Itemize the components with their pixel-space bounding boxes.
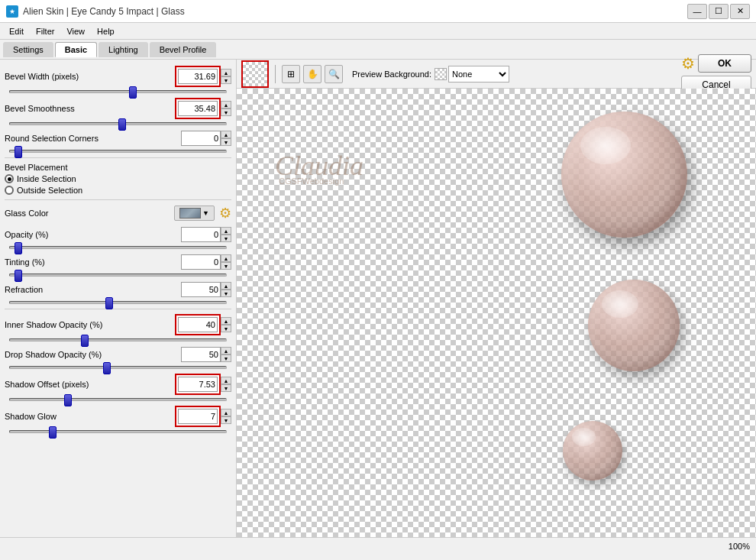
tab-basic[interactable]: Basic: [55, 42, 97, 57]
shadow-glow-spinner[interactable]: ▲ ▼: [221, 409, 231, 424]
glass-color-row: Glass Color ▼ ⚙: [5, 205, 231, 222]
drop-shadow-track[interactable]: [9, 366, 227, 369]
shadow-glow-down[interactable]: ▼: [221, 416, 231, 424]
inner-shadow-down[interactable]: ▼: [221, 325, 231, 332]
zoom-button[interactable]: 🔍: [325, 65, 343, 83]
title-bar-controls[interactable]: — ☐ ✕: [687, 4, 750, 19]
refraction-spinner[interactable]: ▲ ▼: [221, 282, 231, 297]
radio-inside-btn[interactable]: [5, 174, 14, 183]
inner-shadow-input[interactable]: [178, 317, 218, 332]
menu-edit[interactable]: Edit: [3, 25, 30, 37]
shadow-glow-input[interactable]: [178, 409, 218, 424]
shadow-offset-spinner[interactable]: ▲ ▼: [221, 377, 231, 392]
minimize-button[interactable]: —: [687, 4, 707, 19]
inner-shadow-track[interactable]: [9, 338, 227, 342]
tinting-input[interactable]: [181, 254, 221, 270]
opacity-track[interactable]: [9, 246, 227, 249]
shadow-glow-value: ▲ ▼: [175, 406, 231, 427]
shadow-glow-row: Shadow Glow ▲ ▼: [5, 406, 231, 427]
inner-shadow-up[interactable]: ▲: [221, 317, 231, 325]
tinting-down[interactable]: ▼: [221, 262, 231, 270]
round-corners-spinner[interactable]: ▲ ▼: [221, 131, 231, 146]
title-bar: ★ Alien Skin | Eye Candy 5 Impact | Glas…: [0, 0, 756, 23]
drop-shadow-up[interactable]: ▲: [221, 347, 231, 354]
preview-bg-select[interactable]: None White Black Checker: [448, 66, 509, 83]
refraction-up[interactable]: ▲: [221, 282, 231, 290]
round-corners-input[interactable]: [181, 131, 221, 146]
bevel-smoothness-down[interactable]: ▼: [221, 108, 231, 116]
round-corners-track[interactable]: [9, 150, 227, 153]
shadow-offset-down[interactable]: ▼: [221, 384, 231, 392]
tinting-up[interactable]: ▲: [221, 254, 231, 262]
bevel-smoothness-row: Bevel Smoothness ▲ ▼: [5, 98, 231, 119]
inner-shadow-input-group: [175, 314, 221, 335]
refraction-track[interactable]: [9, 301, 227, 304]
bevel-placement-section: Bevel Placement Inside Selection Outside…: [5, 163, 231, 195]
refraction-input[interactable]: [181, 282, 221, 297]
bevel-smoothness-spinner[interactable]: ▲ ▼: [221, 101, 231, 116]
refraction-down[interactable]: ▼: [221, 290, 231, 297]
preview-thumbnail[interactable]: [241, 60, 269, 88]
opacity-input[interactable]: [181, 227, 221, 242]
gear-icon[interactable]: ⚙: [219, 205, 231, 222]
inner-shadow-spinner[interactable]: ▲ ▼: [221, 317, 231, 332]
menu-filter[interactable]: Filter: [30, 25, 60, 37]
tinting-spinner[interactable]: ▲ ▼: [221, 254, 231, 270]
bevel-smoothness-track[interactable]: [9, 122, 227, 125]
shadow-glow-thumb[interactable]: [49, 426, 57, 439]
drop-shadow-down[interactable]: ▼: [221, 354, 231, 362]
shadow-glow-track[interactable]: [9, 430, 227, 433]
radio-inside[interactable]: Inside Selection: [5, 174, 231, 183]
refraction-thumb[interactable]: [105, 297, 113, 309]
ok-button[interactable]: OK: [698, 54, 751, 73]
shadow-glow-input-group: [175, 406, 221, 427]
inner-shadow-row: Inner Shadow Opacity (%) ▲ ▼: [5, 314, 231, 335]
bevel-smoothness-input[interactable]: [178, 101, 218, 116]
bevel-width-down[interactable]: ▼: [221, 76, 231, 84]
tinting-thumb[interactable]: [15, 270, 22, 282]
tab-lighting[interactable]: Lighting: [99, 42, 148, 57]
opacity-spinner[interactable]: ▲ ▼: [221, 227, 231, 242]
inner-shadow-thumb[interactable]: [81, 335, 89, 347]
round-corners-up[interactable]: ▲: [221, 131, 231, 138]
refraction-slider-row: [5, 301, 231, 304]
maximize-button[interactable]: ☐: [709, 4, 729, 19]
shadow-offset-track[interactable]: [9, 398, 227, 401]
shadow-offset-up[interactable]: ▲: [221, 377, 231, 384]
pan-button[interactable]: ✋: [303, 65, 321, 83]
shadow-offset-thumb[interactable]: [64, 394, 72, 406]
menu-help[interactable]: Help: [91, 25, 121, 37]
bevel-width-spinner[interactable]: ▲ ▼: [221, 69, 231, 84]
bevel-smoothness-up[interactable]: ▲: [221, 101, 231, 108]
bevel-width-up[interactable]: ▲: [221, 69, 231, 76]
tinting-label: Tinting (%): [5, 257, 181, 267]
close-button[interactable]: ✕: [730, 4, 750, 19]
opacity-thumb[interactable]: [15, 242, 22, 254]
drop-shadow-thumb[interactable]: [103, 362, 111, 374]
round-corners-down[interactable]: ▼: [221, 138, 231, 146]
glass-color-button[interactable]: ▼: [174, 206, 215, 221]
menu-view[interactable]: View: [60, 25, 91, 37]
opacity-down[interactable]: ▼: [221, 235, 231, 242]
radio-outside[interactable]: Outside Selection: [5, 186, 231, 195]
radio-outside-btn[interactable]: [5, 186, 14, 195]
bevel-width-thumb[interactable]: [129, 86, 137, 99]
bevel-width-row: Bevel Width (pixels) ▲ ▼: [5, 66, 231, 87]
bevel-smoothness-thumb[interactable]: [118, 118, 126, 131]
refraction-value: ▲ ▼: [181, 282, 231, 297]
tab-bevel-profile[interactable]: Bevel Profile: [150, 42, 217, 57]
bevel-width-track[interactable]: [9, 90, 227, 93]
tab-settings[interactable]: Settings: [3, 42, 53, 57]
preview-bg-swatch: [435, 68, 447, 80]
zoom-fit-button[interactable]: ⊞: [282, 65, 300, 83]
drop-shadow-input[interactable]: [181, 347, 221, 362]
bevel-width-input[interactable]: [178, 69, 218, 84]
shadow-offset-input[interactable]: [178, 377, 218, 392]
round-corners-thumb[interactable]: [15, 146, 22, 158]
opacity-up[interactable]: ▲: [221, 227, 231, 235]
bevel-placement-label: Bevel Placement: [5, 163, 231, 172]
tinting-track[interactable]: [9, 274, 227, 277]
shadow-glow-up[interactable]: ▲: [221, 409, 231, 416]
preview-canvas: Claudia CGSFWebdesign: [237, 89, 756, 537]
drop-shadow-spinner[interactable]: ▲ ▼: [221, 347, 231, 362]
